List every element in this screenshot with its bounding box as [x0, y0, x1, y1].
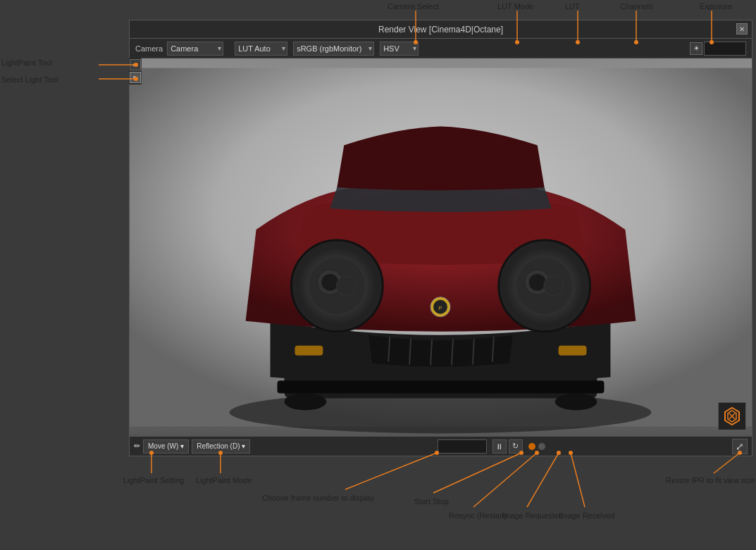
render-toolbar: Camera Camera LUT Auto sRGB (rgbMonitor)… — [130, 39, 752, 58]
dot-orange — [528, 443, 535, 450]
svg-point-8 — [336, 276, 356, 296]
lut-mode-annotation: LUT Mode — [497, 1, 533, 11]
left-toolbar: ✏ ↖ — [129, 58, 142, 85]
svg-line-51 — [433, 453, 521, 493]
channels-select[interactable]: HSV — [380, 42, 419, 56]
camera-select[interactable]: Camera — [167, 42, 223, 56]
exposure-input[interactable]: 1.0000 — [704, 42, 746, 56]
car-viewport[interactable]: P — [130, 58, 752, 436]
lut-annotation: LUT — [565, 1, 580, 11]
lightpaint-mode-label: LightPaint Mode — [196, 475, 252, 485]
render-statusbar: ✏ Move (W) ▾ Reflection (D) ▾ Frame 0 ⏸ … — [130, 436, 752, 456]
resize-ipr-label: Resize IPR to fit view size — [666, 475, 755, 485]
render-title: Render View [Cinema4D|Octane] — [378, 25, 503, 35]
lut-mode-select[interactable]: LUT Auto — [235, 42, 287, 56]
svg-point-13 — [529, 274, 546, 291]
exposure-annotation: Exposure — [700, 1, 732, 11]
svg-text:P: P — [438, 305, 442, 311]
camera-label: Camera — [135, 44, 163, 53]
start-stop-label: Start Stop — [414, 496, 449, 506]
svg-point-28 — [555, 394, 597, 411]
lightpaint-tool-annotation: LightPaint Tool — [1, 58, 52, 68]
dot-gray — [538, 443, 545, 450]
refresh-button[interactable]: ↻ — [509, 439, 523, 454]
svg-line-53 — [473, 453, 537, 507]
render-window: Render View [Cinema4D|Octane] ✕ Camera C… — [129, 20, 752, 456]
exposure-icon: ☀ — [690, 42, 702, 55]
render-header: Render View [Cinema4D|Octane] ✕ — [130, 20, 752, 39]
octane-logo — [718, 402, 746, 430]
move-tool-label: Move (W) — [148, 442, 178, 450]
reflection-mode-button[interactable]: Reflection (D) ▾ — [192, 439, 250, 454]
svg-point-27 — [285, 394, 327, 411]
frame-display-label: Choose frame number to display — [262, 493, 374, 503]
reflection-mode-label: Reflection (D) — [197, 442, 240, 450]
svg-point-7 — [321, 274, 338, 291]
chevron-down-icon-2: ▾ — [242, 442, 245, 450]
select-light-tool-button[interactable]: ↖ — [130, 72, 141, 83]
resync-label: Resync (Restart) — [449, 511, 507, 520]
camera-select-annotation: Camera Select — [388, 1, 439, 11]
select-light-tool-annotation: Select Light Tool — [1, 75, 58, 85]
close-button[interactable]: ✕ — [736, 23, 748, 35]
move-tool-button[interactable]: Move (W) ▾ — [143, 439, 189, 454]
frame-input[interactable]: Frame 0 — [438, 439, 487, 454]
lut-select[interactable]: sRGB (rgbMonitor) — [293, 42, 374, 56]
svg-line-55 — [527, 453, 559, 507]
svg-line-57 — [571, 453, 585, 507]
lightpaint-icon[interactable]: ✏ — [134, 442, 140, 451]
svg-line-49 — [345, 453, 437, 489]
svg-rect-26 — [278, 381, 605, 394]
svg-point-14 — [544, 276, 564, 296]
svg-rect-24 — [295, 346, 323, 356]
chevron-down-icon: ▾ — [180, 442, 184, 450]
resize-ipr-button[interactable]: ⤢ — [732, 439, 748, 454]
image-received-label: Image Received — [559, 511, 615, 520]
image-requested-label: Image Requested — [502, 511, 563, 520]
svg-rect-25 — [559, 346, 587, 356]
lightpaint-setting-label: LightPaint Setting — [123, 475, 184, 485]
lightpaint-tool-button[interactable]: ✏ — [130, 59, 141, 70]
pause-button[interactable]: ⏸ — [492, 439, 507, 454]
channels-annotation: Channels — [620, 1, 652, 11]
